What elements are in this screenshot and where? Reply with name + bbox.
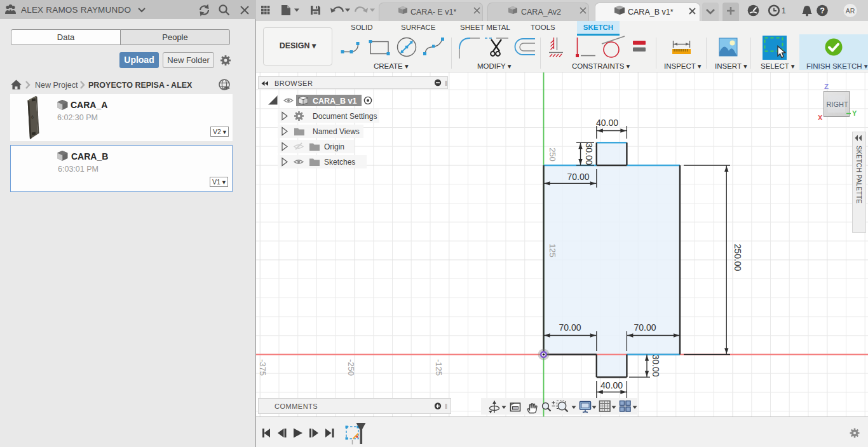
svg-text:40.00: 40.00 — [596, 118, 618, 128]
svg-text:Named Views: Named Views — [313, 127, 360, 136]
svg-text:40.00: 40.00 — [600, 380, 623, 390]
svg-text:125: 125 — [548, 244, 557, 258]
svg-text:1: 1 — [782, 6, 786, 15]
svg-text:Sketches: Sketches — [324, 158, 355, 167]
svg-text:?: ? — [820, 6, 825, 15]
svg-text:Y: Y — [852, 109, 857, 117]
svg-text:Origin: Origin — [324, 142, 344, 151]
svg-text:-125: -125 — [434, 359, 444, 376]
svg-text:AR: AR — [846, 7, 855, 15]
svg-text:Document Settings: Document Settings — [313, 112, 377, 121]
svg-text:-375: -375 — [258, 359, 268, 376]
svg-text:70.00: 70.00 — [634, 322, 656, 333]
svg-text:X: X — [818, 114, 823, 121]
svg-text:‖: ‖ — [445, 80, 447, 87]
svg-text:250: 250 — [548, 148, 557, 162]
svg-text:CARA_B v1: CARA_B v1 — [313, 97, 357, 106]
svg-text:30.00: 30.00 — [651, 354, 661, 376]
svg-text:‖: ‖ — [445, 403, 447, 410]
svg-text:70.00: 70.00 — [559, 322, 581, 333]
svg-text:70.00: 70.00 — [567, 172, 589, 182]
svg-text:-250: -250 — [346, 359, 356, 376]
svg-text:30.00: 30.00 — [584, 142, 594, 165]
svg-text:Z: Z — [824, 83, 829, 90]
svg-text:250.00: 250.00 — [733, 244, 743, 272]
